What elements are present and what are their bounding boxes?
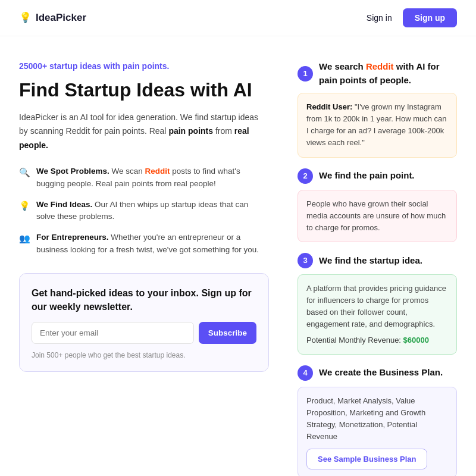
newsletter-note: Join 500+ people who get the best startu… <box>32 350 256 361</box>
step-1: 1 We search Reddit with AI for pain poin… <box>298 60 457 158</box>
step-2-title: We find the pain point. <box>319 169 415 183</box>
headline: Find Startup Ideas with AI <box>19 79 269 101</box>
revenue-amount: $60000 <box>403 336 429 345</box>
sample-business-plan-button[interactable]: See Sample Business Plan <box>306 449 427 469</box>
newsletter-box: Get hand-picked ideas to your inbox. Sig… <box>19 273 269 372</box>
feature-entrepreneurs: 👥 For Entrepreneurs. Whether you're an e… <box>19 231 269 256</box>
step-4-card-text: Product, Market Analysis, Value Proposit… <box>306 396 425 441</box>
email-row: Subscribe <box>32 322 256 344</box>
feature-ideas-text: We Find Ideas. Our AI then whips up star… <box>36 199 269 224</box>
logo-icon: 💡 <box>19 10 32 26</box>
reddit-user-label: Reddit User: <box>306 102 352 111</box>
subscribe-button[interactable]: Subscribe <box>199 322 256 344</box>
step-3-card: A platform that provides pricing guidanc… <box>298 274 457 355</box>
step-3-title: We find the startup idea. <box>319 254 422 268</box>
step-1-title: We search Reddit with AI for pain points… <box>319 60 457 87</box>
description: IdeaPicker is an AI tool for idea genera… <box>19 111 269 152</box>
step-3: 3 We find the startup idea. A platform t… <box>298 253 457 355</box>
step-4-number: 4 <box>298 365 313 381</box>
idea-icon: 💡 <box>19 199 30 213</box>
step-1-number: 1 <box>298 66 313 82</box>
people-icon: 👥 <box>19 232 30 246</box>
step-3-card-text: A platform that provides pricing guidanc… <box>306 284 446 328</box>
right-column: 1 We search Reddit with AI for pain poin… <box>298 60 457 476</box>
step-1-header: 1 We search Reddit with AI for pain poin… <box>298 60 457 87</box>
sign-up-button[interactable]: Sign up <box>403 8 457 27</box>
reddit-label: Reddit <box>145 167 170 176</box>
potential-label: Potential Monthly Revenue: <box>306 336 401 345</box>
step-4-card: Product, Market Analysis, Value Proposit… <box>298 387 457 476</box>
step-1-card: Reddit User: "I've grown my Instagram fr… <box>298 93 457 158</box>
feature-entrepreneurs-text: For Entrepreneurs. Whether you're an ent… <box>36 231 269 256</box>
step-4-header: 4 We create the Business Plan. <box>298 365 457 381</box>
logo-text: IdeaPicker <box>36 10 86 26</box>
step-2-card: People who have grown their social media… <box>298 190 457 242</box>
step-3-number: 3 <box>298 253 313 268</box>
feature-spot-problems: 🔍 We Spot Problems. We scan Reddit posts… <box>19 165 269 190</box>
sign-in-button[interactable]: Sign in <box>367 13 392 23</box>
search-icon: 🔍 <box>19 166 30 180</box>
logo[interactable]: 💡 IdeaPicker <box>19 10 86 26</box>
feature-spot-text: We Spot Problems. We scan Reddit posts t… <box>36 165 269 190</box>
newsletter-title: Get hand-picked ideas to your inbox. Sig… <box>32 287 256 314</box>
step-4: 4 We create the Business Plan. Product, … <box>298 365 457 476</box>
step-2-number: 2 <box>298 168 313 184</box>
nav-actions: Sign in Sign up <box>367 8 457 27</box>
step-4-title: We create the Business Plan. <box>319 366 443 380</box>
step-2-header: 2 We find the pain point. <box>298 168 457 184</box>
feature-find-ideas: 💡 We Find Ideas. Our AI then whips up st… <box>19 199 269 224</box>
step-2: 2 We find the pain point. People who hav… <box>298 168 457 242</box>
features-list: 🔍 We Spot Problems. We scan Reddit posts… <box>19 165 269 257</box>
left-column: 25000+ startup ideas with pain points. F… <box>19 60 269 476</box>
email-input[interactable] <box>32 322 194 344</box>
tagline: 25000+ startup ideas with pain points. <box>19 60 269 73</box>
potential-revenue: Potential Monthly Revenue: $60000 <box>306 334 448 346</box>
step-3-header: 3 We find the startup idea. <box>298 253 457 268</box>
step-2-card-text: People who have grown their social media… <box>306 199 446 232</box>
